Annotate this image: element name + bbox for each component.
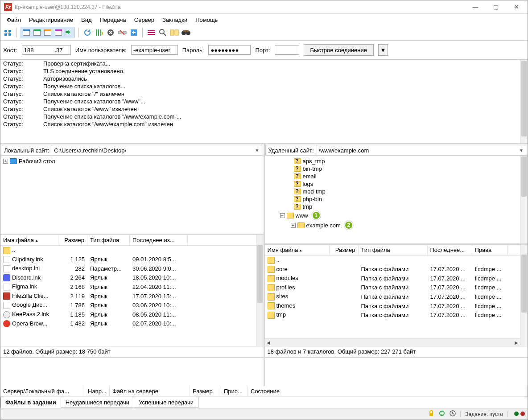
quick-connect-dropdown[interactable]: ▼: [378, 44, 388, 56]
menu-transfer[interactable]: Передача: [96, 16, 130, 24]
menu-edit[interactable]: Редактирование: [25, 16, 77, 24]
local-file-list[interactable]: Имя файла ▴ Размер Тип файла Последнее и…: [0, 235, 264, 346]
list-item[interactable]: FileZilla Clie...2 119Ярлык17.07.2020 15…: [0, 292, 264, 301]
toggle-remote-tree-button[interactable]: [43, 28, 53, 37]
log-row: Статус:Получение списка каталогов...: [0, 82, 528, 90]
menu-help[interactable]: Помощь: [192, 16, 221, 24]
username-input[interactable]: [131, 45, 178, 55]
queue-col-server[interactable]: Сервер/Локальный фа...: [0, 386, 85, 396]
tree-node-label: aps_tmp: [303, 158, 325, 165]
menu-view[interactable]: Вид: [78, 16, 95, 24]
list-item[interactable]: coreПапка с файлами17.07.2020 ...flcdmpe…: [265, 265, 528, 274]
disconnect-button[interactable]: [117, 28, 127, 37]
tree-node[interactable]: aps_tmp: [266, 157, 527, 165]
local-list-scrollbar[interactable]: [256, 235, 264, 346]
log-label: Статус:: [3, 83, 30, 90]
process-queue-button[interactable]: [94, 28, 104, 37]
col-name[interactable]: Имя файла ▴: [0, 235, 58, 245]
tab-failed-transfers[interactable]: Неудавшиеся передачи: [61, 397, 134, 408]
menu-bar: Файл Редактирование Вид Передача Сервер …: [0, 14, 528, 26]
sync-browsing-button[interactable]: [64, 28, 74, 37]
queue-col-size[interactable]: Размер: [190, 386, 221, 396]
tree-node[interactable]: logs: [266, 180, 527, 188]
col-size[interactable]: Размер: [330, 245, 359, 255]
list-item[interactable]: KeePass 2.lnk1 185Ярлык08.05.2020 11:...: [0, 310, 264, 319]
minimize-button[interactable]: —: [465, 0, 486, 14]
menu-file[interactable]: Файл: [3, 16, 25, 24]
folder-icon: [268, 312, 275, 319]
col-type[interactable]: Тип файла: [87, 235, 130, 245]
toggle-local-tree-button[interactable]: [32, 28, 42, 37]
filter-button[interactable]: [146, 28, 156, 37]
list-item[interactable]: modulesПапка с файлами17.07.2020 ...flcd…: [265, 274, 528, 283]
col-type[interactable]: Тип файла: [359, 245, 428, 255]
remote-tree[interactable]: aps_tmpbin-tmpemaillogsmod-tmpphp-bintmp…: [265, 156, 528, 245]
binoculars-icon[interactable]: [181, 28, 191, 37]
queue-col-status[interactable]: Состояние: [248, 386, 528, 396]
log-label: Статус:: [3, 91, 30, 97]
list-item-up[interactable]: ..: [0, 246, 264, 255]
search-button[interactable]: [158, 28, 168, 37]
tree-node[interactable]: tmp: [266, 203, 527, 210]
col-name[interactable]: Имя файла ▴: [265, 245, 330, 255]
col-size[interactable]: Размер: [58, 235, 87, 245]
list-item[interactable]: tmpПапка с файлами17.07.2020 ...flcdmpe …: [265, 310, 528, 320]
menu-bookmarks[interactable]: Закладки: [159, 16, 191, 24]
toggle-log-panel-button[interactable]: [21, 28, 31, 37]
tree-node[interactable]: bin-tmp: [266, 165, 527, 173]
file-icon: [3, 265, 10, 272]
folder-up-icon: [268, 257, 275, 264]
refresh-button[interactable]: [82, 28, 92, 37]
list-item[interactable]: Opera Brow...1 432Ярлык02.07.2020 10:...: [0, 319, 264, 329]
local-tree[interactable]: + Рабочий стол: [0, 156, 264, 235]
col-date[interactable]: Последнее из...: [130, 235, 188, 245]
close-button[interactable]: ✕: [506, 0, 527, 14]
remote-tree-scrollbar[interactable]: [520, 156, 528, 243]
log-text: Получение списка каталогов "/www"...: [43, 98, 145, 105]
svg-point-11: [160, 29, 164, 34]
list-item[interactable]: themesПапка с файлами17.07.2020 ...flcdm…: [265, 301, 528, 311]
list-item[interactable]: desktop.ini282Параметр...30.06.2020 9:0.…: [0, 264, 264, 273]
list-item[interactable]: Google Дис...1 786Ярлык03.06.2020 10:...: [0, 301, 264, 310]
expand-icon[interactable]: +: [3, 159, 8, 164]
maximize-button[interactable]: ▢: [486, 0, 506, 14]
site-manager-button[interactable]: [3, 28, 13, 37]
remote-list-scrollbar[interactable]: [520, 245, 528, 346]
col-date[interactable]: Последнее...: [428, 245, 472, 255]
tree-node[interactable]: email: [266, 173, 527, 180]
queue-col-remote[interactable]: Файл на сервере: [110, 386, 190, 396]
list-item[interactable]: Clipdiary.lnk1 125Ярлык09.01.2020 8:5...: [0, 255, 264, 264]
list-item[interactable]: Discord.lnk2 264Ярлык18.05.2020 10:...: [0, 273, 264, 283]
expand-icon[interactable]: +: [291, 223, 296, 228]
list-item[interactable]: Figma.lnk2 168Ярлык22.04.2020 11:...: [0, 282, 264, 292]
compare-button[interactable]: [169, 28, 179, 37]
queue-col-direction[interactable]: Напр...: [85, 386, 110, 396]
tab-successful-transfers[interactable]: Успешные передачи: [134, 397, 198, 408]
tree-node[interactable]: −www1: [266, 210, 527, 220]
col-perm[interactable]: Права: [472, 245, 508, 255]
tree-node-label: email: [303, 173, 317, 180]
remote-list-hscrollbar[interactable]: ◀▶: [265, 338, 520, 346]
remote-file-list[interactable]: Имя файла ▴ Размер Тип файла Последнее..…: [265, 245, 528, 346]
menu-server[interactable]: Сервер: [131, 16, 158, 24]
port-input[interactable]: [275, 45, 299, 55]
tree-node[interactable]: php-bin: [266, 195, 527, 203]
reconnect-button[interactable]: [129, 28, 139, 37]
password-input[interactable]: [208, 45, 251, 55]
tab-queued-files[interactable]: Файлы в задании: [0, 397, 61, 408]
tree-node-desktop[interactable]: Рабочий стол: [19, 158, 55, 165]
remote-path-combo[interactable]: /www/example.com ▼: [317, 145, 527, 155]
tree-node[interactable]: +example.com2: [266, 220, 527, 230]
log-scrollbar[interactable]: [520, 60, 528, 143]
list-item[interactable]: profilesПапка с файлами17.07.2020 ...flc…: [265, 283, 528, 292]
local-path-combo[interactable]: C:\Users\a.rechkin\Desktop\ ▼: [52, 145, 262, 155]
cancel-button[interactable]: [106, 28, 116, 37]
expand-icon[interactable]: −: [280, 213, 285, 218]
quick-connect-button[interactable]: Быстрое соединение: [304, 44, 374, 56]
host-input[interactable]: [22, 45, 71, 55]
list-item[interactable]: sitesПапка с файлами17.07.2020 ...flcdmp…: [265, 292, 528, 301]
toggle-queue-panel-button[interactable]: [54, 28, 63, 37]
tree-node[interactable]: mod-tmp: [266, 188, 527, 195]
queue-col-priority[interactable]: Прио...: [221, 386, 248, 396]
list-item-up[interactable]: ..: [265, 255, 528, 265]
